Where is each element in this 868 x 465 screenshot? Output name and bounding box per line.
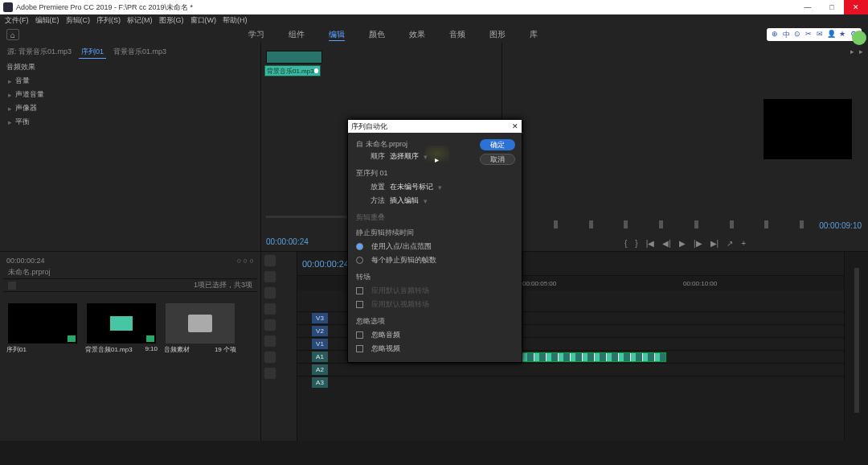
workspace-tab-effects[interactable]: 效果 [409,29,425,41]
transport-prev[interactable]: |◀ [646,239,655,248]
bin-folder[interactable]: 音频素材19 个项 [164,303,236,354]
menubar: 文件(F) 编辑(E) 剪辑(C) 序列(S) 标记(M) 图形(G) 窗口(W… [0,14,868,27]
tool-ripple[interactable] [264,287,276,298]
tool-icon-3[interactable]: ⊙ [792,30,802,39]
window-close[interactable]: ✕ [844,0,868,14]
fx-list: ▸音量 ▸声道音量 ▸声像器 ▸平衡 [5,74,256,129]
method-label: 方法 [356,195,385,206]
transport-mark-in[interactable]: { [624,239,627,248]
check-audio-transition-label: 应用默认音频转场 [371,286,429,296]
tool-razor[interactable] [264,303,276,315]
tool-icon-1[interactable]: ⊕ [770,30,780,39]
fx-item-balance[interactable]: ▸平衡 [5,115,256,129]
program-ruler[interactable] [518,220,804,230]
program-top-icon-2[interactable]: ▸ [859,47,863,56]
dialog-close[interactable]: ✕ [512,122,518,130]
tool-icon-6[interactable]: 👤 [826,30,836,39]
transport-play[interactable]: ▶ [679,239,686,248]
fx-item-panner[interactable]: ▸声像器 [5,101,256,115]
project-bins: 序列01 背景音频01.mp39:10 音频素材19 个项 [3,303,257,354]
tool-type[interactable] [264,368,276,379]
to-sequence-label: 至序列 01 [356,168,514,179]
program-video [764,99,852,159]
radio-inout[interactable] [356,243,363,250]
source-tab-sequence[interactable]: 序列01 [79,46,106,59]
workspace-tab-learn[interactable]: 学习 [248,29,264,41]
tool-hand[interactable] [264,352,276,363]
track-a3[interactable]: A3 [297,376,844,389]
app-logo [3,2,13,12]
check-audio-transition[interactable] [356,287,363,294]
timeline-timecode: 00:00:00:24 [302,259,349,269]
ruler-mark-1: 00:00:05:00 [522,280,556,287]
menu-sequence[interactable]: 序列(S) [96,15,121,26]
transport-step-fwd[interactable]: |▶ [694,239,702,248]
filter-icon[interactable] [8,282,16,290]
fx-item-channel[interactable]: ▸声道音量 [5,88,256,101]
window-title: Adobe Premiere Pro CC 2019 - F:\PR cc 20… [16,2,193,13]
tool-slip[interactable] [264,319,276,331]
source-tabs: 源: 背景音乐01.mp3 序列01 背景音乐01.mp3 [5,44,256,60]
menu-clip[interactable]: 剪辑(C) [66,15,91,26]
ruler-mark-2: 00:00:10:00 [683,280,717,287]
menu-graphics[interactable]: 图形(G) [159,15,184,26]
window-minimize[interactable]: — [796,0,820,14]
workspace-tab-edit[interactable]: 编辑 [329,29,345,41]
check-ignore-audio-label: 忽略音频 [371,330,400,340]
workspace-tab-libraries[interactable]: 库 [530,29,538,41]
transport-extra[interactable]: + [741,239,746,248]
still-duration-title: 静止剪辑持续时间 [356,228,514,238]
program-transport: { } |◀ ◀| ▶ |▶ ▶| ↗ + [502,239,868,248]
workspace-tab-color[interactable]: 颜色 [369,29,385,41]
radio-frames-label: 每个静止剪辑的帧数 [371,255,436,265]
transport-next[interactable]: ▶| [710,239,719,248]
selection-info: 1项已选择，共3项 [194,280,252,290]
ok-button[interactable]: 确定 [480,139,515,150]
fx-item-volume[interactable]: ▸音量 [5,74,256,88]
fx-panel-title: 音频效果 [5,60,256,74]
source-tab-clip[interactable]: 背景音乐01.mp3 [111,46,169,59]
order-label: 顺序 [356,151,385,162]
method-dropdown[interactable]: 插入编辑 [390,195,419,206]
transport-mark-out[interactable]: } [635,239,637,248]
cancel-button[interactable]: 取消 [480,154,515,165]
source-tab-source[interactable]: 源: 背景音乐01.mp3 [5,46,74,59]
tool-icon-2[interactable]: 中 [781,30,791,39]
clip-overlap-label: 剪辑重叠 [356,212,514,223]
check-ignore-audio[interactable] [356,331,363,339]
program-timecode: 00:00:09:10 [819,221,862,230]
workspace-tab-audio[interactable]: 音频 [449,29,465,41]
menu-file[interactable]: 文件(F) [5,15,29,26]
tool-icon-7[interactable]: ★ [837,30,847,39]
bin-sequence[interactable]: 序列01 [6,303,79,354]
check-ignore-video[interactable] [356,345,363,352]
tool-pen[interactable] [264,335,276,347]
order-dropdown[interactable]: 选择顺序 [390,151,419,162]
placement-dropdown[interactable]: 在未编号标记 [390,182,433,192]
home-button[interactable]: ⌂ [6,29,19,40]
tool-track-select[interactable] [264,271,276,282]
menu-marker[interactable]: 标记(M) [127,15,153,26]
transport-export[interactable]: ↗ [727,239,733,248]
workspace-tab-assembly[interactable]: 组件 [289,29,305,41]
quick-tools: ⊕ 中 ⊙ ✂ ✉ 👤 ★ ⚙ [767,28,862,41]
workspace-tab-graphics[interactable]: 图形 [489,29,506,41]
tool-selection[interactable] [264,255,276,266]
track-a2[interactable]: A2 [297,363,844,376]
check-video-transition[interactable] [356,301,363,308]
check-ignore-video-label: 忽略视频 [371,344,400,354]
project-timecode: 00:00:00:24 [6,257,45,265]
tool-icon-4[interactable]: ✂ [804,30,813,39]
menu-window[interactable]: 窗口(W) [190,15,217,26]
source-clip[interactable]: 背景音乐01.mp3 [264,65,321,76]
menu-help[interactable]: 帮助(H) [223,15,248,26]
tool-icon-5[interactable]: ✉ [815,30,825,39]
menu-edit[interactable]: 编辑(E) [35,15,59,26]
transport-step-back[interactable]: ◀| [662,239,671,248]
bin-audio[interactable]: 背景音频01.mp39:10 [85,303,158,354]
project-top-icons: ○ ○ ○ [237,257,254,265]
cursor-icon: ▸ [435,155,439,164]
program-top-icon-1[interactable]: ▸ [850,47,854,56]
window-maximize[interactable]: □ [820,0,844,14]
radio-frames[interactable] [356,257,363,264]
